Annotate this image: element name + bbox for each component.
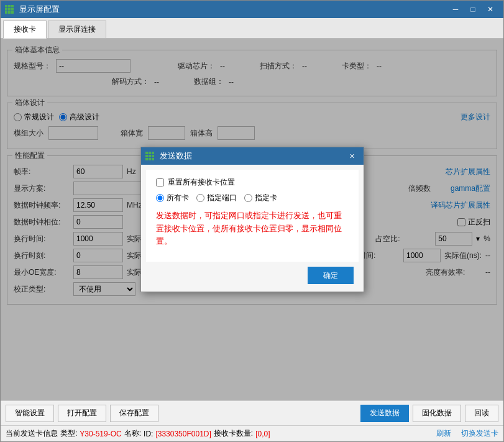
status-prefix: 当前发送卡信息 xyxy=(6,428,58,439)
reset-checkbox-label: 重置所有接收卡位置 xyxy=(168,177,235,188)
reset-checkbox-row: 重置所有接收卡位置 xyxy=(156,177,349,188)
status-type-label: 类型: xyxy=(60,428,77,439)
readback-button[interactable]: 回读 xyxy=(465,405,498,422)
send-data-button[interactable]: 发送数据 xyxy=(360,405,409,422)
tab-receiver[interactable]: 接收卡 xyxy=(3,21,47,39)
modal-icon xyxy=(146,151,156,161)
save-config-button[interactable]: 保存配置 xyxy=(110,405,158,422)
modal-body: 重置所有接收卡位置 所有卡 指定端口 指定卡 xyxy=(146,170,359,262)
app-icon xyxy=(6,4,16,14)
modal-close-button[interactable]: × xyxy=(346,150,359,162)
modal-ok-button[interactable]: 确定 xyxy=(308,267,354,284)
smart-setup-button[interactable]: 智能设置 xyxy=(6,405,54,422)
status-type-value: Y30-519-OC xyxy=(80,430,121,438)
open-config-button[interactable]: 打开配置 xyxy=(58,405,106,422)
status-receiver-count-value: [0,0] xyxy=(255,430,270,438)
modal-description: 发送数据时，可指定网口或指定卡进行发送，也可重置接收卡位置，使所有接收卡位置归零… xyxy=(156,209,349,248)
radio-port-label: 指定端口 xyxy=(207,193,237,203)
status-bar: 当前发送卡信息 类型: Y30-519-OC 名称: ID: [3330350F… xyxy=(1,425,503,441)
send-data-modal: 发送数据 × 重置所有接收卡位置 所有卡 xyxy=(140,147,364,292)
reset-checkbox[interactable] xyxy=(156,178,164,186)
maximize-button[interactable]: □ xyxy=(465,3,481,16)
main-content: 箱体基本信息 规格型号： 驱动芯片： -- 扫描方式： -- 卡类型： -- 解… xyxy=(1,39,503,400)
radio-card-label: 指定卡 xyxy=(255,193,277,203)
refresh-link[interactable]: 刷新 xyxy=(436,428,451,439)
status-receiver-count-label: 接收卡数量: xyxy=(214,428,253,439)
tab-bar: 接收卡 显示屏连接 xyxy=(1,18,503,39)
modal-title: 发送数据 xyxy=(160,150,346,162)
title-bar: 显示屏配置 ─ □ ✕ xyxy=(1,1,503,18)
bottom-toolbar: 智能设置 打开配置 保存配置 发送数据 固化数据 回读 xyxy=(1,400,503,425)
radio-all-label: 所有卡 xyxy=(167,193,189,203)
tab-display-connection[interactable]: 显示屏连接 xyxy=(48,21,106,38)
status-id-label: ID: xyxy=(144,430,153,438)
modal-radio-row: 所有卡 指定端口 指定卡 xyxy=(156,193,349,203)
status-id-value: [3330350F001D] xyxy=(155,430,211,438)
status-name-label: 名称: xyxy=(124,428,141,439)
radio-all-cards[interactable]: 所有卡 xyxy=(156,193,189,203)
main-window: 显示屏配置 ─ □ ✕ 接收卡 显示屏连接 箱体基本信息 规格型号： 驱动芯片：… xyxy=(0,0,504,442)
solidify-button[interactable]: 固化数据 xyxy=(413,405,461,422)
window-controls: ─ □ ✕ xyxy=(447,3,498,16)
window-title: 显示屏配置 xyxy=(19,4,447,15)
modal-title-bar: 发送数据 × xyxy=(141,147,364,165)
radio-specify-port[interactable]: 指定端口 xyxy=(196,193,237,203)
close-button[interactable]: ✕ xyxy=(482,3,498,16)
modal-overlay: 发送数据 × 重置所有接收卡位置 所有卡 xyxy=(1,39,503,400)
switch-sender-link[interactable]: 切换发送卡 xyxy=(461,428,498,439)
minimize-button[interactable]: ─ xyxy=(447,3,464,16)
modal-footer: 确定 xyxy=(141,267,364,292)
radio-specify-card[interactable]: 指定卡 xyxy=(244,193,277,203)
